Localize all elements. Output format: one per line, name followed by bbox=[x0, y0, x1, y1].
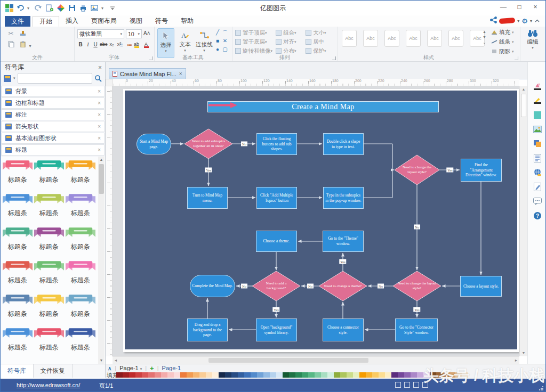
flow-node[interactable]: Complete the Mind Map. bbox=[190, 275, 235, 297]
tab-5[interactable]: 帮助 bbox=[174, 16, 200, 27]
view-zoom-icon[interactable] bbox=[422, 382, 428, 388]
palette-swatch[interactable] bbox=[308, 372, 315, 378]
palette-swatch[interactable] bbox=[212, 372, 219, 378]
symbol-item[interactable]: 标题条 bbox=[65, 158, 96, 192]
section-close-icon[interactable]: × bbox=[98, 135, 101, 141]
palette-swatch[interactable] bbox=[206, 372, 212, 378]
palette-swatch[interactable] bbox=[443, 372, 449, 378]
tab-2[interactable]: 页面布局 bbox=[85, 16, 123, 27]
edit-button[interactable]: 编辑 ▾ bbox=[520, 29, 545, 50]
search-icon[interactable] bbox=[94, 75, 102, 82]
symbol-item[interactable]: 标题条 bbox=[2, 326, 33, 360]
symbol-item[interactable]: 标题条 bbox=[33, 192, 65, 225]
curve-tool-icon[interactable]: ⌒ bbox=[221, 29, 229, 38]
style-option-1-button[interactable]: 线条▾ bbox=[491, 38, 514, 46]
section-close-icon[interactable]: × bbox=[98, 112, 101, 118]
layers-icon[interactable] bbox=[533, 139, 542, 148]
palette-swatch[interactable] bbox=[251, 372, 257, 378]
panel-tab-file-recovery[interactable]: 文件恢复 bbox=[34, 364, 73, 378]
note-icon[interactable] bbox=[533, 182, 542, 191]
flow-node[interactable]: Go to the "Theme" window. bbox=[323, 231, 364, 252]
gear-icon[interactable]: ⚙ bbox=[521, 18, 528, 24]
style-preview-3[interactable]: Abc bbox=[406, 30, 421, 47]
vertical-scrollbar[interactable]: ▲ ▼ bbox=[519, 86, 527, 356]
collapse-pagebar-icon[interactable]: ∧ bbox=[108, 365, 111, 371]
close-button[interactable]: × bbox=[527, 1, 543, 13]
share-icon[interactable] bbox=[490, 16, 497, 26]
palette-swatch[interactable] bbox=[411, 372, 417, 378]
flow-node[interactable]: Open "background" symbol library. bbox=[256, 318, 297, 341]
palette-swatch[interactable] bbox=[116, 372, 123, 378]
flow-node[interactable]: Start a Mind Map page. bbox=[136, 134, 171, 154]
arrange-3-button[interactable]: 置于底层 ▾ bbox=[235, 37, 276, 46]
line-style-icon[interactable] bbox=[533, 96, 542, 105]
vscroll-up-icon[interactable]: ▲ bbox=[520, 86, 527, 93]
panel-scrollbar[interactable]: ▲ ▼ bbox=[98, 157, 105, 364]
style-preview-5[interactable]: Abc bbox=[448, 30, 463, 47]
horizontal-scrollbar[interactable]: ◄ ► bbox=[113, 356, 519, 364]
symbol-item[interactable]: 标题条 bbox=[2, 192, 33, 225]
section-close-icon[interactable]: × bbox=[98, 124, 101, 129]
arrange-1-button[interactable]: 组合 ▾ bbox=[276, 28, 306, 37]
palette-swatch[interactable] bbox=[385, 372, 391, 378]
palette-swatch[interactable] bbox=[327, 372, 334, 378]
symbol-item[interactable]: 标题条 bbox=[33, 292, 65, 326]
symbol-section-3[interactable]: 箭头形状× bbox=[1, 121, 105, 132]
palette-swatch[interactable] bbox=[199, 372, 206, 378]
section-close-icon[interactable]: × bbox=[98, 147, 101, 153]
symbol-item[interactable]: 标题条 bbox=[65, 225, 96, 259]
font-style-button-B[interactable]: B bbox=[77, 40, 84, 48]
symbol-item[interactable]: 标题条 bbox=[65, 192, 96, 225]
flow-node[interactable]: Type in the subtopics in the pop-up wind… bbox=[323, 187, 364, 209]
flow-node[interactable]: Double click a shape to type in text. bbox=[323, 133, 364, 155]
line-tool-icon[interactable]: ╱ bbox=[214, 29, 221, 38]
symbol-item[interactable]: 标题条 bbox=[33, 259, 65, 292]
paste-caret-icon[interactable]: ▾ bbox=[26, 42, 34, 50]
symbol-section-5[interactable]: 标题× bbox=[1, 144, 105, 156]
style-preview-4[interactable]: Abc bbox=[427, 30, 442, 47]
tab-0[interactable]: 开始 bbox=[33, 16, 59, 27]
app-logo-icon[interactable] bbox=[5, 4, 13, 12]
flow-node[interactable]: Choose a connector style. bbox=[323, 318, 364, 341]
dropdown-caret-icon[interactable]: ▾ bbox=[27, 6, 31, 11]
palette-swatch[interactable] bbox=[334, 372, 340, 378]
panel-close-icon[interactable]: × bbox=[98, 64, 102, 71]
palette-swatch[interactable] bbox=[455, 372, 462, 378]
palette-swatch[interactable] bbox=[417, 372, 423, 378]
palette-swatch[interactable] bbox=[436, 372, 443, 378]
palette-swatch[interactable] bbox=[142, 372, 148, 378]
palette-swatch[interactable] bbox=[123, 372, 129, 378]
palette-swatch[interactable] bbox=[283, 372, 289, 378]
arrange-0-button[interactable]: 置于顶层 ▾ bbox=[235, 28, 276, 37]
save-icon[interactable] bbox=[68, 4, 76, 12]
palette-swatch[interactable] bbox=[276, 372, 283, 378]
style-preview-0[interactable]: Abc bbox=[342, 30, 357, 47]
account-badge[interactable] bbox=[499, 18, 516, 24]
symbol-search-input[interactable] bbox=[18, 73, 92, 84]
flow-node[interactable]: Click the floating buttons to add sub sh… bbox=[256, 133, 297, 155]
flow-node[interactable]: Choose a layout style. bbox=[460, 276, 502, 297]
tab-1[interactable]: 插入 bbox=[59, 16, 85, 27]
palette-swatch[interactable] bbox=[155, 372, 161, 378]
page-selector[interactable]: Page-1 ▾ bbox=[119, 365, 142, 371]
symbol-item[interactable]: 标题条 bbox=[2, 225, 33, 259]
symbol-item[interactable]: 标题条 bbox=[33, 158, 65, 192]
view-page-icon[interactable] bbox=[404, 382, 410, 388]
insert-picture-icon[interactable] bbox=[533, 125, 542, 134]
rectangle-tool-icon[interactable]: ■ bbox=[214, 38, 221, 46]
palette-swatch[interactable] bbox=[366, 372, 372, 378]
symbol-item[interactable]: 标题条 bbox=[65, 292, 96, 326]
font-color-icon[interactable]: A bbox=[144, 42, 149, 47]
symbol-item[interactable]: 标题条 bbox=[2, 292, 33, 326]
flow-node[interactable]: Find the "Arrangement Direction" window. bbox=[461, 159, 502, 182]
color-swatch-icon[interactable] bbox=[533, 110, 542, 119]
palette-swatch[interactable] bbox=[340, 372, 347, 378]
scroll-thumb[interactable] bbox=[99, 164, 104, 194]
bullets-icon[interactable]: ≔ bbox=[127, 42, 132, 48]
symbol-section-2[interactable]: 标注× bbox=[1, 109, 105, 120]
document-tab-close-icon[interactable]: × bbox=[179, 71, 182, 77]
pencil-tool-icon[interactable]: ✕ bbox=[221, 38, 229, 46]
arrange-5-button[interactable]: 居中 bbox=[306, 37, 334, 46]
arrange-4-button[interactable]: 对齐 ▾ bbox=[276, 37, 306, 46]
palette-swatch[interactable] bbox=[289, 372, 295, 378]
